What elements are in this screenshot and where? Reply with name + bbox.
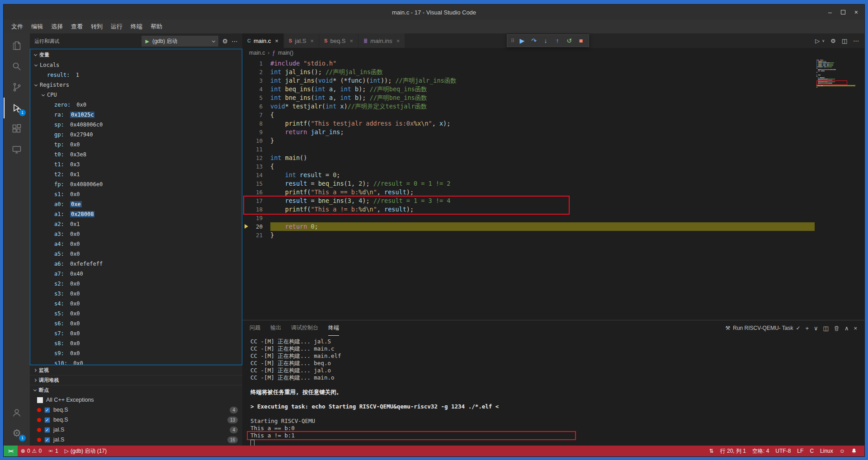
breadcrumb-symbol[interactable]: main() <box>278 50 293 56</box>
tab-jal-S[interactable]: Sjal.S× <box>284 33 319 48</box>
restart-button[interactable]: ↺ <box>564 37 575 44</box>
breakpoints-section-header[interactable]: 断点 <box>30 385 242 395</box>
close-icon[interactable]: × <box>396 38 400 44</box>
code-line[interactable]: 19 <box>242 214 815 222</box>
register-row[interactable]: a2: 0x1 <box>30 219 242 229</box>
register-row[interactable]: s4: 0x0 <box>30 299 242 309</box>
ports-indicator[interactable]: 1 <box>45 446 61 456</box>
step-over-button[interactable]: ↷ <box>528 37 539 44</box>
register-row[interactable]: s7: 0x0 <box>30 329 242 338</box>
line-number[interactable]: 10 <box>242 136 270 145</box>
line-number[interactable]: 12 <box>242 154 270 162</box>
code-line[interactable]: 20 return 0; <box>242 222 815 231</box>
close-icon[interactable]: × <box>349 38 353 44</box>
terminal-task-item[interactable]: ⚒ Run RISCV-QEMU- Task ✓ <box>726 325 801 331</box>
more-actions-icon[interactable]: ⋯ <box>231 38 238 45</box>
register-row[interactable]: t0: 0x3e8 <box>30 150 242 160</box>
register-row[interactable]: a4: 0x0 <box>30 239 242 249</box>
continue-button[interactable]: ▶ <box>517 37 528 44</box>
register-row[interactable]: a0: 0xe <box>30 199 242 209</box>
split-terminal-icon[interactable]: ◫ <box>823 325 829 332</box>
line-number[interactable]: 14 <box>242 171 270 179</box>
more-actions-icon[interactable]: ⋯ <box>853 38 859 44</box>
code-line[interactable]: 2int jal_ins(); //声明jal_ins函数 <box>242 68 815 76</box>
code-editor[interactable]: 1#include "stdio.h"2int jal_ins(); //声明j… <box>242 58 864 320</box>
register-row[interactable]: a1: 0x28008 <box>30 209 242 219</box>
code-line[interactable]: 13{ <box>242 162 815 171</box>
window-titlebar[interactable]: main.c - 17 - Visual Studio Code – × <box>4 5 864 20</box>
extensions-icon[interactable] <box>4 118 30 139</box>
code-line[interactable]: 17 result = bne_ins(3, 4); //result = 1 … <box>242 197 815 205</box>
menu-item[interactable]: 编辑 <box>27 20 47 33</box>
line-number[interactable]: 15 <box>242 179 270 188</box>
tab-beq-S[interactable]: Sbeq.S× <box>319 33 359 48</box>
menu-item[interactable]: 转到 <box>87 20 107 33</box>
code-line[interactable]: 10} <box>242 136 815 145</box>
panel-tab-问题[interactable]: 问题 <box>250 320 260 336</box>
code-line[interactable]: 6void* testjalr(int x)//声明并定义testjalr函数 <box>242 102 815 111</box>
feedback-icon[interactable]: ☺ <box>836 446 848 456</box>
line-number[interactable]: 16 <box>242 188 270 197</box>
panel-tab-调试控制台[interactable]: 调试控制台 <box>291 320 318 336</box>
line-number[interactable]: 9 <box>242 128 270 136</box>
register-row[interactable]: s1: 0x0 <box>30 189 242 199</box>
step-into-button[interactable]: ↓ <box>540 37 551 44</box>
encoding-indicator[interactable]: UTF-8 <box>772 446 794 456</box>
stop-button[interactable]: ■ <box>576 37 586 44</box>
source-control-icon[interactable] <box>4 77 30 98</box>
code-line[interactable]: 18 printf("This a != b:%d\n", result); <box>242 205 815 214</box>
sync-indicator[interactable]: ⇅ <box>706 446 717 456</box>
menu-item[interactable]: 文件 <box>7 20 27 33</box>
register-row[interactable]: s10: 0x0 <box>30 358 242 365</box>
register-row[interactable]: fp: 0x408006e0 <box>30 179 242 189</box>
code-line[interactable]: 3int jalr_ins(void* (*func)(int)); //声明j… <box>242 76 815 85</box>
split-editor-icon[interactable]: ◫ <box>842 38 847 44</box>
maximize-panel-icon[interactable]: ∧ <box>844 325 849 332</box>
maximize-button[interactable] <box>841 10 845 14</box>
breakpoint-row[interactable]: ✓jal.S4 <box>30 425 242 435</box>
register-row[interactable]: t1: 0x3 <box>30 160 242 169</box>
eol-indicator[interactable]: LF <box>794 446 807 456</box>
breadcrumb-file[interactable]: main.c <box>249 50 265 56</box>
panel-tab-终端[interactable]: 终端 <box>328 320 339 336</box>
terminal-output[interactable]: CC -[M] 正在构建... jal.SCC -[M] 正在构建... mai… <box>242 336 864 446</box>
gear-icon[interactable]: ⚙ <box>830 38 836 44</box>
problems-indicator[interactable]: ⊗ 0 ⚠ 0 <box>18 446 45 456</box>
menu-item[interactable]: 选择 <box>47 20 67 33</box>
line-number[interactable]: 4 <box>242 85 270 94</box>
line-number[interactable]: 13 <box>242 162 270 171</box>
tab-main-ins[interactable]: ≣main.ins× <box>359 33 405 48</box>
line-number[interactable]: 3 <box>242 76 270 85</box>
line-number[interactable]: 2 <box>242 68 270 76</box>
line-number[interactable]: 5 <box>242 94 270 102</box>
notifications-bell-icon[interactable] <box>848 446 860 456</box>
code-line[interactable]: 9 return jalr_ins; <box>242 128 815 136</box>
register-row[interactable]: s2: 0x0 <box>30 279 242 289</box>
code-line[interactable]: 4int beq_ins(int a, int b); //声明beq_ins函… <box>242 85 815 94</box>
breakpoint-checkbox[interactable]: ✓ <box>44 427 50 433</box>
code-line[interactable]: 7{ <box>242 111 815 119</box>
debug-start-icon[interactable]: ▶ <box>145 38 149 44</box>
kill-terminal-icon[interactable] <box>834 325 840 331</box>
code-line[interactable]: 1#include "stdio.h" <box>242 59 815 68</box>
minimap[interactable] <box>816 58 855 88</box>
run-file-button[interactable]: ▷ <box>815 38 820 44</box>
breakpoint-checkbox[interactable] <box>37 397 43 403</box>
line-number[interactable]: 18 <box>242 205 270 214</box>
search-icon[interactable] <box>4 56 30 77</box>
code-line[interactable]: 15 result = beq_ins(1, 2); //result = 0 … <box>242 179 815 188</box>
breakpoint-row[interactable]: All C++ Exceptions <box>30 395 242 405</box>
line-number[interactable]: 1 <box>242 59 270 68</box>
close-icon[interactable]: × <box>275 38 278 44</box>
breakpoint-row[interactable]: ✓beq.S4 <box>30 405 242 415</box>
variable-row[interactable]: result: 1 <box>30 70 242 80</box>
code-line[interactable]: 12int main() <box>242 154 815 162</box>
close-panel-icon[interactable]: × <box>854 325 857 332</box>
breakpoint-checkbox[interactable]: ✓ <box>44 417 50 423</box>
register-row[interactable]: s5: 0x0 <box>30 309 242 319</box>
scope-locals[interactable]: Locals <box>30 60 242 70</box>
breakpoint-row[interactable]: ✓beq.S13 <box>30 415 242 425</box>
cursor-position[interactable]: 行 20, 列 1 <box>717 446 749 456</box>
terminal-dropdown-chevron-icon[interactable]: ∨ <box>814 325 818 332</box>
menu-item[interactable]: 终端 <box>127 20 146 33</box>
